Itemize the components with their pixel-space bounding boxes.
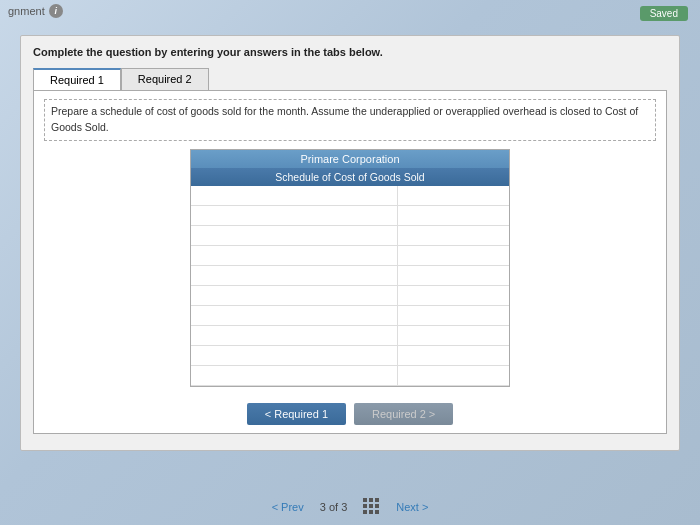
table-row xyxy=(191,246,509,266)
saved-badge: Saved xyxy=(640,6,688,21)
grid-icon[interactable] xyxy=(363,498,380,515)
tab-content-area: Prepare a schedule of cost of goods sold… xyxy=(33,90,667,434)
tab-required2[interactable]: Required 2 xyxy=(121,68,209,90)
main-card: Complete the question by entering your a… xyxy=(20,35,680,451)
app-title: gnment xyxy=(8,5,45,17)
info-icon[interactable]: i xyxy=(49,4,63,18)
instruction-text: Complete the question by entering your a… xyxy=(33,46,667,58)
page-indicator: 3 of 3 xyxy=(320,501,348,513)
schedule-table xyxy=(191,186,509,387)
app-header: gnment i xyxy=(0,0,71,22)
table-row xyxy=(191,266,509,286)
tab-required1[interactable]: Required 1 xyxy=(33,68,121,90)
table-row xyxy=(191,186,509,206)
next-link[interactable]: Next > xyxy=(396,501,428,513)
table-row xyxy=(191,366,509,386)
buttons-row: < Required 1 Required 2 > xyxy=(44,403,656,425)
top-bar: Saved xyxy=(0,0,700,27)
table-row xyxy=(191,286,509,306)
question-instructions: Prepare a schedule of cost of goods sold… xyxy=(44,99,656,141)
table-row xyxy=(191,306,509,326)
required2-button[interactable]: Required 2 > xyxy=(354,403,453,425)
tabs-row: Required 1 Required 2 xyxy=(33,68,667,90)
table-row xyxy=(191,206,509,226)
schedule-container: Primare Corporation Schedule of Cost of … xyxy=(190,149,510,388)
table-row xyxy=(191,226,509,246)
schedule-outer: Primare Corporation Schedule of Cost of … xyxy=(190,149,510,388)
table-row xyxy=(191,346,509,366)
required1-button[interactable]: < Required 1 xyxy=(247,403,346,425)
table-row xyxy=(191,326,509,346)
schedule-title-header: Schedule of Cost of Goods Sold xyxy=(191,168,509,186)
schedule-company-header: Primare Corporation xyxy=(191,150,509,168)
prev-link[interactable]: < Prev xyxy=(272,501,304,513)
bottom-nav: < Prev 3 of 3 Next > xyxy=(0,498,700,515)
